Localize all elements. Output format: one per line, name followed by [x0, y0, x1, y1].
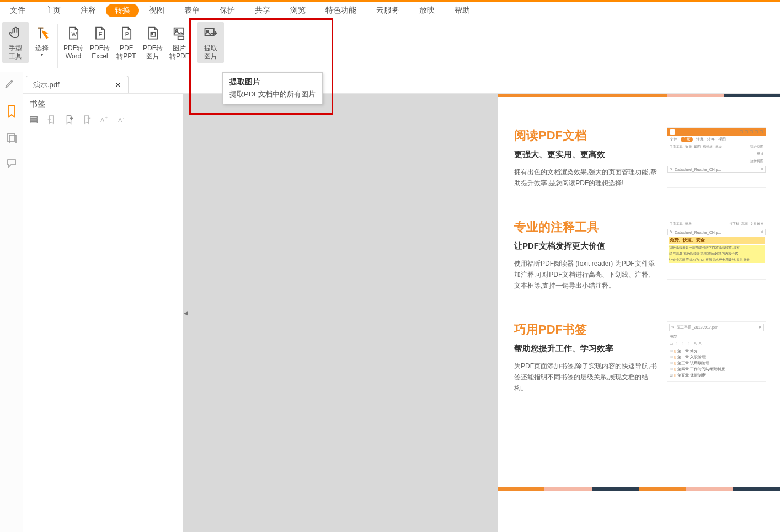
pdf-to-ppt-button[interactable]: P PDF 转PPT — [113, 22, 140, 63]
extract-image-icon — [203, 25, 218, 41]
document-tab-label: 演示.pdf — [33, 80, 60, 90]
menu-protect[interactable]: 保护 — [210, 2, 245, 19]
section1-title: 阅读PDF文档 — [514, 127, 659, 144]
image-pdf-icon — [172, 25, 187, 41]
section2-body: 使用福昕PDF阅读器 (foxit reader) 为PDF文件添加注释,可对P… — [514, 258, 659, 291]
bookmark-panel-title: 书签 — [23, 94, 183, 112]
image-to-pdf-button[interactable]: 图片 转PDF — [166, 22, 193, 63]
section1-body: 拥有出色的文档渲染效果,强大的页面管理功能,帮助提升效率,是您阅读PDF的理想选… — [514, 166, 659, 189]
menu-view[interactable]: 视图 — [139, 2, 174, 19]
svg-rect-12 — [30, 119, 38, 121]
font-decrease-icon[interactable]: A- — [117, 115, 127, 125]
section1-thumbnail: ▢▢▢▢▢ 文件主页注释转换视图 手型工具选择截图剪贴板缩放 适合页面 重排 旋… — [667, 127, 766, 188]
select-tool-button[interactable]: 选择 ▾ — [29, 22, 55, 60]
pdf-to-excel-button[interactable]: E PDF转 Excel — [87, 22, 113, 63]
document-tab[interactable]: 演示.pdf ✕ — [26, 76, 129, 93]
pdf-to-word-button[interactable]: W PDF转 Word — [60, 22, 87, 63]
svg-point-4 — [152, 33, 153, 34]
tooltip-title: 提取图片 — [229, 77, 316, 87]
bookmark-panel: 书签 A+ A- — [23, 94, 183, 532]
svg-rect-11 — [30, 117, 38, 119]
section3-subtitle: 帮助您提升工作、学习效率 — [514, 343, 659, 354]
menu-bar: 文件 主页 注释 转换 视图 表单 保护 共享 浏览 特色功能 云服务 放映 帮… — [0, 0, 780, 19]
menu-form[interactable]: 表单 — [174, 2, 210, 19]
menu-help[interactable]: 帮助 — [445, 2, 480, 19]
section2-thumbnail: 手型工具缩放打字机高亮文件转换 ✎Datasheet_Reader_CN.p..… — [667, 219, 766, 280]
bookmark-prev-icon[interactable] — [46, 115, 56, 125]
section2-title: 专业的注释工具 — [514, 219, 659, 235]
page-section-2: 专业的注释工具 让PDF文档发挥更大价值 使用福昕PDF阅读器 (foxit r… — [498, 189, 780, 291]
svg-text:P: P — [125, 31, 129, 37]
hand-tool-button[interactable]: 手型 工具 — [2, 22, 29, 63]
svg-text:E: E — [99, 31, 103, 37]
document-tabs: 演示.pdf ✕ — [23, 72, 780, 94]
pages-tab-icon[interactable] — [6, 132, 17, 143]
page-section-1: 阅读PDF文档 更强大、更实用、更高效 拥有出色的文档渲染效果,强大的页面管理功… — [498, 97, 780, 189]
comments-tab-icon[interactable] — [6, 158, 17, 169]
svg-text:A: A — [118, 116, 122, 123]
expand-icon[interactable] — [29, 115, 39, 125]
section2-subtitle: 让PDF文档发挥更大价值 — [514, 241, 659, 251]
menu-convert[interactable]: 转换 — [106, 4, 139, 17]
svg-text:W: W — [72, 31, 77, 37]
menu-slideshow[interactable]: 放映 — [409, 2, 445, 19]
excel-icon: E — [92, 25, 108, 41]
menu-home[interactable]: 主页 — [35, 2, 71, 19]
svg-rect-13 — [30, 122, 38, 123]
extract-image-tooltip: 提取图片 提取PDF文档中的所有图片 — [222, 72, 323, 104]
ppt-icon: P — [119, 25, 134, 41]
pdf-page: 阅读PDF文档 更强大、更实用、更高效 拥有出色的文档渲染效果,强大的页面管理功… — [498, 94, 780, 532]
svg-text:-: - — [123, 115, 125, 120]
svg-text:A: A — [100, 116, 105, 123]
section3-title: 巧用PDF书签 — [514, 321, 659, 338]
section1-subtitle: 更强大、更实用、更高效 — [514, 149, 659, 160]
menu-features[interactable]: 特色功能 — [316, 2, 366, 19]
panel-collapse-handle[interactable]: ◂ — [183, 303, 189, 323]
extract-image-button[interactable]: 提取 图片 — [197, 22, 224, 63]
menu-browse[interactable]: 浏览 — [280, 2, 316, 19]
image-icon — [145, 25, 161, 41]
word-icon: W — [66, 25, 81, 41]
bookmark-add-icon[interactable] — [64, 115, 74, 125]
pdf-to-image-button[interactable]: PDF转 图片 — [140, 22, 166, 63]
section3-body: 为PDF页面添加书签,除了实现内容的快速导航,书签还能指明不同书签的层级关系,展… — [514, 361, 659, 394]
menu-annotate[interactable]: 注释 — [71, 2, 106, 19]
menu-file[interactable]: 文件 — [0, 2, 35, 19]
document-canvas[interactable]: ◂ 阅读PDF文档 更强大、更实用、更高效 拥有出色的文档渲染效果,强大的页面管… — [183, 94, 780, 532]
svg-rect-5 — [174, 28, 183, 35]
ribbon-toolbar: 手型 工具 选择 ▾ W PDF转 Word E PDF转 Excel P PD… — [0, 19, 780, 72]
close-tab-icon[interactable]: ✕ — [115, 80, 121, 89]
select-icon — [34, 25, 50, 41]
hand-icon — [8, 25, 23, 41]
menu-cloud[interactable]: 云服务 — [366, 2, 409, 19]
pencil-icon[interactable] — [4, 78, 15, 89]
page-section-3: 巧用PDF书签 帮助您提升工作、学习效率 为PDF页面添加书签,除了实现内容的快… — [498, 291, 780, 394]
svg-text:+: + — [105, 115, 108, 120]
tooltip-description: 提取PDF文档中的所有图片 — [229, 89, 316, 99]
menu-share[interactable]: 共享 — [245, 2, 280, 19]
svg-rect-7 — [205, 29, 214, 36]
section3-thumbnail: ✎员工手册_20120917.pdf✕ 书签 ▭▢▢▢AA ⊞▯第一章 简介 ⊞… — [667, 321, 766, 382]
bookmark-remove-icon[interactable] — [82, 115, 92, 125]
font-increase-icon[interactable]: A+ — [99, 115, 109, 125]
bookmark-toolbar: A+ A- — [23, 112, 183, 127]
bookmark-tab-icon[interactable] — [6, 105, 17, 118]
